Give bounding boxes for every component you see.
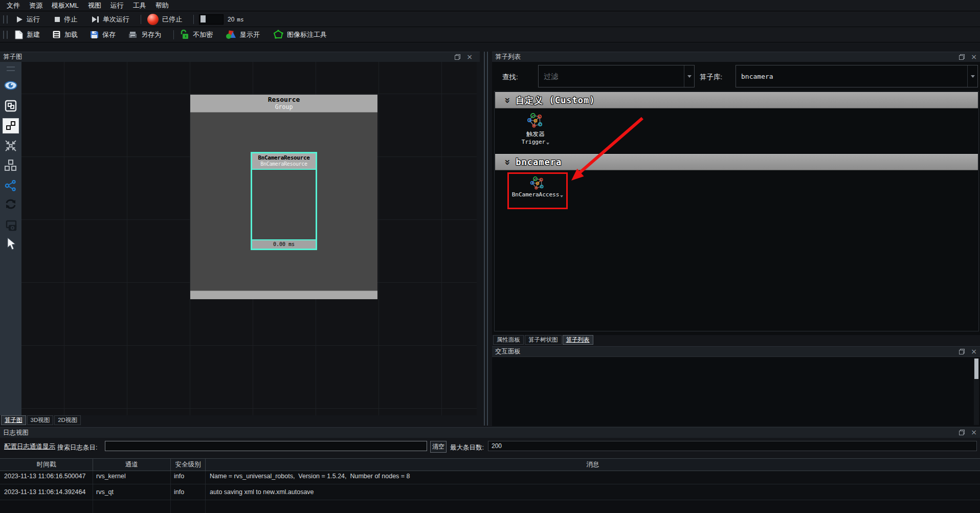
log-row[interactable]: 2023-11-13 11:06:16.500047 rvs_kernel in… (0, 471, 980, 484)
log-message: Name = rvs_universal_robots, Version = 1… (206, 471, 980, 484)
run-toolbar: 运行 停止 单次运行 已停止 20 ms (0, 12, 980, 27)
float-icon[interactable] (959, 430, 965, 435)
cursor-tool-button[interactable] (3, 237, 18, 251)
load-button[interactable]: 加载 (52, 30, 78, 39)
camera-node-header[interactable]: BnCameraResource BnCameraResource (252, 153, 316, 169)
toolbar-grip[interactable] (3, 31, 8, 39)
close-icon[interactable]: × (971, 54, 977, 60)
save-as-icon (128, 30, 138, 39)
configure-log-channels-button[interactable]: 配置日志通道显示 (4, 442, 55, 451)
separator (141, 15, 141, 24)
column-channel[interactable]: 通道 (93, 459, 171, 471)
new-label: 新建 (27, 30, 40, 39)
chevron-double-down-icon: » (503, 97, 513, 103)
share-graph-button[interactable] (3, 179, 18, 193)
operator-filter-input[interactable] (539, 65, 694, 87)
log-panel-titlebar: 日志视图 × (0, 427, 980, 438)
stop-button[interactable]: 停止 (54, 15, 77, 24)
scrollbar[interactable] (974, 358, 979, 425)
save-as-label: 另存为 (141, 30, 161, 39)
clear-log-button[interactable]: 清空 (430, 441, 447, 453)
scrollbar-thumb[interactable] (974, 359, 978, 379)
log-row[interactable]: 2023-11-13 11:06:14.392464 rvs_qt info a… (0, 484, 980, 500)
float-icon[interactable] (455, 54, 460, 60)
screenshot-button[interactable] (3, 218, 18, 233)
collapse-center-button[interactable] (3, 139, 18, 153)
tab-operator-list[interactable]: 算子列表 (563, 335, 593, 345)
log-timestamp: 2023-11-13 11:06:14.392464 (0, 484, 93, 500)
refresh-button[interactable] (3, 197, 18, 211)
node-select-button[interactable] (3, 118, 19, 133)
collapse-center-icon (5, 140, 17, 152)
close-icon[interactable]: × (971, 349, 977, 354)
menu-view[interactable]: 视图 (83, 1, 106, 10)
menu-resource[interactable]: 资源 (25, 1, 47, 10)
max-entries-input[interactable] (488, 441, 977, 451)
library-value: bncamera (741, 65, 773, 87)
library-dropdown-zone[interactable] (967, 65, 977, 87)
speed-readout: 20 ms (228, 16, 244, 23)
graph-panel-titlebar: 算子图 × (0, 52, 480, 62)
frame-select-button[interactable] (3, 99, 18, 113)
status-label: 已停止 (162, 15, 182, 24)
layout-tree-button[interactable] (3, 158, 18, 172)
tab-2d-view[interactable]: 2D视图 (54, 415, 81, 425)
load-label: 加载 (64, 30, 78, 39)
separator (173, 30, 174, 39)
column-timestamp[interactable]: 时间戳 (0, 459, 93, 471)
section-bncamera-header[interactable]: » bncamera (495, 154, 978, 170)
close-icon[interactable]: × (971, 430, 977, 435)
camera-node-body[interactable] (252, 170, 316, 239)
tab-3d-view[interactable]: 3D视图 (27, 415, 54, 425)
tab-operator-tree[interactable]: 算子树状图 (525, 335, 562, 345)
float-icon[interactable] (959, 349, 965, 354)
tab-property-panel[interactable]: 属性面板 (493, 335, 524, 345)
operator-library-combobox[interactable]: bncamera (736, 65, 978, 87)
menu-tools[interactable]: 工具 (128, 1, 151, 10)
toolbar-grip[interactable] (3, 15, 8, 24)
group-node-header[interactable]: Resource Group (190, 95, 377, 113)
operator-item-label-cn: 触发器 (526, 130, 545, 139)
encrypt-toggle-button[interactable]: 不加密 (180, 30, 213, 39)
save-as-button[interactable]: 另存为 (128, 30, 161, 39)
column-level[interactable]: 安全级别 (171, 459, 206, 471)
new-button[interactable]: 新建 (15, 30, 40, 39)
tab-graph-view[interactable]: 算子图 (1, 415, 26, 425)
menu-file[interactable]: 文件 (2, 1, 25, 10)
run-button[interactable]: 运行 (16, 15, 40, 24)
panel-splitter[interactable] (480, 52, 492, 426)
annotation-tool-button[interactable]: 图像标注工具 (273, 30, 327, 39)
bncamera-resource-node[interactable]: BnCameraResource BnCameraResource 0.00 m… (251, 152, 317, 250)
group-node-title: Resource (190, 95, 377, 103)
operator-item-trigger[interactable]: 触发器 Trigger (512, 112, 559, 145)
status-indicator: 已停止 (147, 14, 182, 25)
node-graph-canvas[interactable]: Resource Group BnCameraResource BnCamera… (21, 62, 477, 415)
menu-template-xml[interactable]: 模板XML (47, 1, 83, 10)
close-icon[interactable]: × (466, 54, 473, 60)
filter-dropdown-zone[interactable] (684, 65, 694, 87)
frame-select-icon (5, 100, 17, 112)
float-icon[interactable] (959, 54, 965, 60)
annotate-label: 图像标注工具 (287, 30, 327, 39)
step-label: 单次运行 (103, 15, 129, 24)
slider-handle[interactable] (201, 15, 206, 23)
log-search-input[interactable] (105, 441, 427, 451)
chevron-down-icon (687, 75, 692, 78)
speed-slider[interactable] (199, 14, 224, 25)
step-run-button[interactable]: 单次运行 (92, 15, 129, 24)
menu-run[interactable]: 运行 (106, 1, 128, 10)
operator-filter-combobox[interactable] (538, 65, 695, 87)
search-label: 查找: (502, 73, 518, 82)
display-toggle-button[interactable]: 显示开 (226, 30, 260, 39)
strip-grip[interactable] (7, 66, 15, 71)
log-timestamp: 2023-11-13 11:06:16.500047 (0, 471, 93, 484)
view-eye-button[interactable] (3, 78, 18, 93)
display-shapes-icon (226, 30, 236, 39)
log-search-label: 搜索日志条目: (57, 443, 97, 452)
save-button[interactable]: 保存 (90, 30, 116, 39)
play-icon (16, 16, 23, 23)
column-message[interactable]: 消息 (206, 459, 980, 471)
section-custom-title: 自定义 (Custom) (516, 95, 595, 106)
section-custom-header[interactable]: » 自定义 (Custom) (495, 92, 978, 108)
menu-help[interactable]: 帮助 (151, 1, 173, 10)
